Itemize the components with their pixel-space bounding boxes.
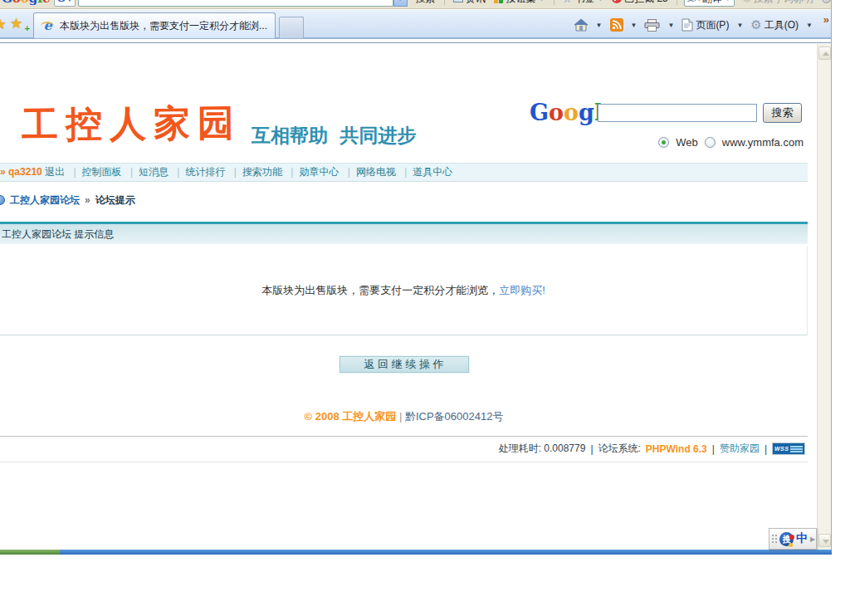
drag-handle-icon[interactable] bbox=[772, 535, 777, 543]
nav-item-props[interactable]: 道具中心 bbox=[413, 166, 452, 178]
user-nav-bar: » qa3210 退出 |控制面板 |短消息 |统计排行 |搜索功能 |勋章中心… bbox=[0, 163, 808, 182]
radio-web[interactable] bbox=[658, 137, 669, 148]
screen: Google G▼ ▼ 搜索 资讯 按钮集▼ ☆书签▼ 已拦截 25 文A翻译▼… bbox=[0, 0, 850, 616]
scroll-up-button[interactable] bbox=[818, 46, 831, 60]
favorites-center-button[interactable]: ★ bbox=[0, 16, 10, 34]
ime-expand-arrow[interactable]: ▶ bbox=[810, 535, 815, 543]
tab-title: 本版块为出售版块，需要支付一定积分才能浏... bbox=[60, 19, 267, 33]
news-icon bbox=[453, 0, 463, 2]
ime-language-bar[interactable]: 搜 中 ▶ bbox=[769, 528, 817, 550]
print-button[interactable] bbox=[640, 15, 664, 35]
star-icon: ★ bbox=[10, 16, 22, 32]
toolbar-highlight-button: 搜索字词标明 bbox=[743, 0, 813, 6]
nav-arrow: » bbox=[0, 166, 6, 178]
toolbar-news-button[interactable]: 资讯 bbox=[453, 0, 486, 6]
forum-page: 工控人家园 互相帮助 共同进步 Google™ 搜索 Web www.ymmfa… bbox=[0, 43, 808, 550]
chevron-down-icon: ▼ bbox=[725, 0, 731, 2]
icp-license: 黔ICP备06002412号 bbox=[405, 410, 504, 423]
search-scope-options: Web www.ymmfa.com bbox=[658, 136, 804, 149]
feeds-dropdown[interactable]: ▼ bbox=[628, 22, 641, 29]
toolbar-popup-blocker[interactable]: 已拦截 25 bbox=[612, 0, 668, 6]
breadcrumb-forum-link[interactable]: 工控人家园论坛 bbox=[10, 193, 80, 208]
buy-now-link[interactable]: 立即购买! bbox=[499, 284, 545, 296]
radio-site[interactable] bbox=[705, 137, 716, 148]
status-line: 处理耗时: 0.008779 | 论坛系统: PHPWind 6.3 | 赞助家… bbox=[499, 442, 805, 456]
toolbar-button-gallery[interactable]: 按钮集▼ bbox=[494, 0, 545, 6]
new-tab-button[interactable] bbox=[279, 17, 304, 38]
command-bar: ▼ ▼ ▼ 页面(P) ▼ ⚙ 工具(O) ▼ bbox=[569, 14, 816, 36]
google-g-menu-button[interactable]: G▼ bbox=[54, 0, 76, 7]
tools-menu-dropdown[interactable]: ▼ bbox=[803, 22, 816, 29]
arrow-down-icon bbox=[823, 540, 829, 544]
toolbar-search-dropdown[interactable]: ▼ bbox=[393, 0, 408, 7]
popup-blocked-icon bbox=[612, 0, 622, 3]
radio-web-label: Web bbox=[676, 136, 698, 149]
process-time: 处理耗时: 0.008779 bbox=[499, 442, 586, 456]
breadcrumb-current: 论坛提示 bbox=[95, 193, 135, 208]
bookmark-star-icon: ☆ bbox=[563, 0, 573, 5]
page-viewport: 工控人家园 互相帮助 共同进步 Google™ 搜索 Web www.ymmfa… bbox=[0, 42, 831, 550]
toolbar-translate-combo[interactable]: 文A翻译▼ bbox=[684, 0, 735, 7]
ime-logo-icon[interactable]: 搜 bbox=[779, 532, 794, 546]
progress-segment bbox=[0, 550, 60, 555]
nav-item-messages[interactable]: 短消息 bbox=[139, 166, 169, 178]
scroll-down-button[interactable] bbox=[818, 534, 831, 547]
nav-item-webtv[interactable]: 网络电视 bbox=[356, 166, 396, 178]
back-continue-button[interactable]: 返 回 继 续 操 作 bbox=[340, 356, 469, 373]
toolbar-search-input[interactable] bbox=[78, 0, 393, 7]
tab-bar: ★ ★+ e 本版块为出售版块，需要支付一定积分才能浏... ▼ ▼ ▼ 页面(… bbox=[0, 10, 831, 39]
ime-language-mode[interactable]: 中 bbox=[796, 531, 808, 546]
nav-item-medals[interactable]: 勋章中心 bbox=[299, 166, 339, 178]
username-link[interactable]: qa3210 bbox=[8, 166, 42, 178]
plus-icon: + bbox=[25, 23, 30, 33]
google-toolbar: Google G▼ ▼ 搜索 资讯 按钮集▼ ☆书签▼ 已拦截 25 文A翻译▼… bbox=[0, 0, 831, 9]
sponsor-link[interactable]: 赞助家园 bbox=[720, 442, 760, 456]
rss-icon bbox=[610, 18, 623, 32]
feeds-button[interactable] bbox=[606, 15, 628, 35]
more-commands-chevron[interactable]: » bbox=[823, 13, 829, 26]
nav-item-rankings[interactable]: 统计排行 bbox=[185, 166, 225, 178]
logout-link[interactable]: 退出 bbox=[45, 166, 65, 178]
window-bottom-edge bbox=[0, 550, 832, 555]
vertical-scrollbar[interactable] bbox=[817, 44, 831, 550]
gear-icon: ⚙ bbox=[750, 17, 761, 32]
home-dropdown[interactable]: ▼ bbox=[593, 22, 606, 29]
breadcrumb-separator: » bbox=[85, 194, 90, 206]
page-footer: © 2008 工控人家园 | 黔ICP备06002412号 bbox=[0, 409, 808, 424]
chevron-down-icon: ▼ bbox=[539, 0, 545, 2]
nav-item-control-panel[interactable]: 控制面板 bbox=[82, 166, 122, 178]
chevron-down-icon: ▼ bbox=[597, 0, 603, 2]
settings-ball-icon bbox=[822, 0, 831, 3]
system-label: 论坛系统: bbox=[598, 442, 641, 456]
divider bbox=[0, 436, 808, 437]
toolbar-search-button[interactable]: 搜索 bbox=[416, 0, 436, 6]
site-logo: 工控人家园 bbox=[22, 99, 242, 149]
google-toolbar-logo: Google bbox=[2, 0, 51, 6]
home-button[interactable] bbox=[569, 15, 593, 35]
page-menu-button[interactable]: 页面(P) bbox=[677, 15, 733, 35]
chevron-down-icon: ▼ bbox=[67, 0, 72, 2]
forum-home-icon bbox=[0, 195, 5, 205]
active-tab[interactable]: e 本版块为出售版块，需要支付一定积分才能浏... bbox=[33, 12, 276, 38]
toolbar-separator bbox=[677, 0, 677, 5]
phpwind-link[interactable]: PHPWind 6.3 bbox=[646, 443, 707, 455]
page-menu-dropdown[interactable]: ▼ bbox=[733, 22, 746, 29]
notice-panel: 本版块为出售版块，需要支付一定积分才能浏览，立即购买! bbox=[0, 247, 808, 335]
google-search-button[interactable]: 搜索 bbox=[763, 103, 802, 123]
nav-item-search[interactable]: 搜索功能 bbox=[242, 166, 282, 178]
translate-icon: 文A bbox=[687, 0, 700, 4]
tools-menu-button[interactable]: ⚙ 工具(O) bbox=[746, 15, 803, 35]
toolbar-bookmarks-button[interactable]: ☆书签▼ bbox=[563, 0, 604, 6]
printer-icon bbox=[644, 19, 660, 32]
google-search-input[interactable] bbox=[598, 104, 757, 122]
browser-window: Google G▼ ▼ 搜索 资讯 按钮集▼ ☆书签▼ 已拦截 25 文A翻译▼… bbox=[0, 0, 832, 555]
add-favorite-button[interactable]: ★+ bbox=[10, 15, 30, 35]
wss-stripes-icon bbox=[790, 446, 803, 452]
breadcrumb: 工控人家园论坛 » 论坛提示 bbox=[0, 193, 135, 208]
home-icon bbox=[574, 18, 589, 32]
toolbar-separator bbox=[554, 0, 554, 5]
print-dropdown[interactable]: ▼ bbox=[664, 22, 677, 29]
wss-badge[interactable]: WSS bbox=[772, 442, 805, 455]
toolbar-settings-button[interactable]: 设置▼ bbox=[822, 0, 831, 6]
arrow-up-icon bbox=[823, 51, 829, 56]
